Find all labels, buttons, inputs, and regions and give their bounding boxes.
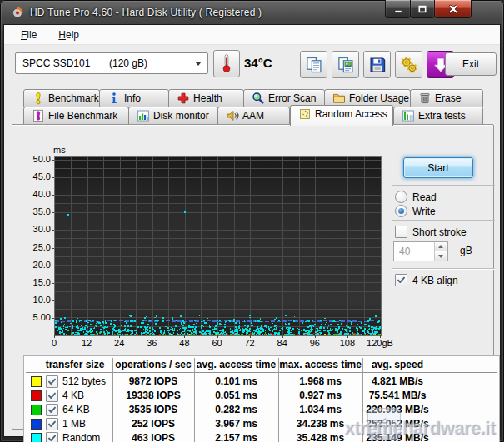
start-button[interactable]: Start [403,157,473,178]
random-access-panel: ms Start Read Write Short stroke 40 [12,124,494,430]
y-axis-tick-label: 25.0 [22,242,51,252]
tab-label: File Benchmark [48,110,117,122]
drive-name: SPCC SSD101 [22,57,90,69]
copy-image-button[interactable] [332,51,359,78]
y-axis-tick [52,266,54,266]
tab-label: Random Access [315,108,387,120]
avg-speed-value: 252.052 MB/s [335,418,460,430]
x-axis-tick [217,335,218,338]
x-axis-tick-label: 36 [133,338,170,348]
series-checkbox[interactable] [46,432,58,442]
tab-label: AAM [242,110,264,122]
transfer-size-label: 64 KB [62,404,90,415]
avg-speed-value: 220.993 MB/s [335,404,460,415]
x-axis-tick [315,335,316,338]
y-axis-tick [52,177,54,178]
copy-text-button[interactable] [300,51,327,78]
radio-selected-icon [395,205,407,217]
toolbar-buttons [300,51,458,78]
checkbox-checked-icon [395,274,407,286]
write-radio[interactable]: Write [395,205,436,217]
y-axis-tick [52,248,54,249]
kb-align-checkbox[interactable]: 4 KB align [395,274,458,286]
window-title: HD Tune Pro 4.60 - Hard Disk Utility ( R… [30,7,262,18]
short-stroke-unit-label: gB [460,245,472,256]
series-checkbox[interactable] [46,418,58,430]
transfer-size-label: 4 KB [62,390,84,401]
close-button[interactable] [434,0,472,18]
y-axis-tick [52,300,54,301]
x-axis-tick [380,335,381,338]
table-row-4-kb: 4 KB19338 IOPS0.051 ms0.927 ms75.541 MB/… [24,389,499,402]
y-axis-tick-label: 10.0 [22,295,51,305]
series-color-swatch [31,390,42,401]
read-radio[interactable]: Read [395,191,437,203]
series-checkbox[interactable] [46,375,58,388]
access-time-chart [54,156,382,336]
avg-speed-value: 235.149 MB/s [335,432,460,442]
temperature-value: 34°C [244,56,272,70]
y-axis-tick [52,195,54,196]
drive-size: (120 gB) [109,57,147,69]
tab-erase[interactable]: Erase [410,89,483,107]
tab-label: Health [193,92,222,104]
y-axis-tick [52,318,54,319]
tab-label: Folder Usage [349,92,409,104]
series-color-swatch [31,433,42,442]
erase-icon [418,92,432,105]
y-axis-tick [52,160,54,161]
write-label: Write [412,206,436,217]
x-axis-tick [87,335,87,338]
drive-select[interactable]: SPCC SSD101 (120 gB) [15,52,208,74]
table-row-64-kb: 64 KB3535 IOPS0.282 ms1.034 ms220.993 MB… [24,403,499,416]
short-stroke-checkbox[interactable]: Short stroke [395,226,467,238]
save-icon [368,56,386,73]
menu-item-file[interactable]: File [16,28,42,42]
menubar: FileHelp [4,25,500,45]
x-axis-tick-label: 96 [297,338,333,348]
transfer-size-label: 1 MB [62,418,86,430]
y-axis-tick-label: 45.0 [22,171,51,181]
tab-file-benchmark[interactable]: File Benchmark [23,107,129,125]
checkbox-unchecked-icon [395,226,407,238]
x-axis-tick-label: 84 [264,338,301,348]
tab-info[interactable]: Info [99,89,169,107]
y-axis-unit-label: ms [53,145,66,155]
tab-aam[interactable]: AAM [217,107,290,125]
tab-disk-monitor[interactable]: Disk monitor [128,107,218,125]
x-axis-tick [250,335,251,338]
tab-benchmark[interactable]: Benchmark [23,89,100,107]
titlebar[interactable]: HD Tune Pro 4.60 - Hard Disk Utility ( R… [0,0,504,25]
exit-button[interactable]: Exit [445,52,497,76]
series-checkbox[interactable] [46,390,58,402]
x-axis-tick-label: 0 [36,338,72,348]
short-stroke-label: Short stroke [412,226,467,238]
menu-item-help[interactable]: Help [53,28,84,42]
save-button[interactable] [363,51,391,78]
separator [392,185,495,186]
options-button[interactable] [395,51,422,78]
tab-random-access[interactable]: Random Access [290,105,393,126]
chevron-down-icon [195,62,202,66]
kb-align-label: 4 KB align [412,275,458,286]
table-row-512-bytes: 512 bytes9872 IOPS0.101 ms1.968 ms4.821 … [24,375,499,388]
series-checkbox[interactable] [46,404,58,416]
tab-health[interactable]: Health [168,89,244,107]
tab-extra-tests[interactable]: Extra tests [393,107,483,125]
header-divider [26,372,497,374]
avg-speed-value: 4.821 MB/s [335,375,460,387]
minimize-button[interactable] [385,0,411,18]
info-icon [107,92,121,105]
y-axis-tick-label: 40.0 [22,189,51,199]
y-axis-tick-label: 15.0 [22,277,51,287]
short-stroke-size-input[interactable]: 40 [393,241,448,261]
x-axis-tick-label: 108 [329,338,366,348]
y-axis-tick [52,212,54,213]
y-axis-tick-label: 20.0 [22,260,51,270]
maximize-button[interactable] [410,0,435,18]
y-axis-tick-label: 35.0 [22,206,51,216]
spin-up-button[interactable] [435,242,447,251]
spin-down-button[interactable] [435,252,447,261]
benchmark-icon [32,92,45,105]
temperature-button[interactable] [213,50,240,77]
